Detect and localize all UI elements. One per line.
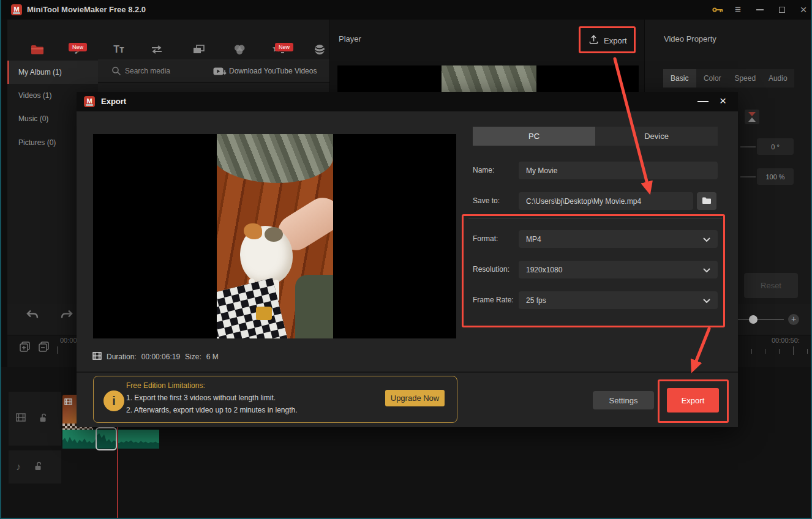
export-tab-pc[interactable]: PC [473, 127, 595, 146]
search-icon [111, 66, 121, 78]
export-dialog-title: Export [101, 97, 126, 106]
timeline-zoom-handle[interactable] [749, 315, 757, 324]
limitations-title: Free Edition Limitations: [126, 381, 205, 390]
cat-gray-patch [265, 227, 283, 242]
export-preview [93, 134, 456, 338]
format-select[interactable]: MP4 [519, 230, 718, 248]
export-preview-video [217, 134, 333, 338]
info-icon: i [103, 390, 124, 411]
player-viewport [337, 65, 639, 92]
upgrade-now-button[interactable]: Upgrade Now [385, 390, 445, 406]
dialog-minimize-button[interactable] [697, 101, 709, 102]
audio-note-icon: ♪ [16, 461, 21, 472]
upload-icon [588, 34, 599, 47]
duration-row: Duration: 00:00:06:19 Size: 6 M [92, 352, 219, 362]
ruler-start-label: 00:00 [60, 337, 77, 344]
zoom-in-icon[interactable]: + [788, 314, 799, 325]
scale-slider[interactable] [740, 176, 756, 177]
green-cloth-shape [295, 275, 333, 338]
tab-audio[interactable]: Audio [762, 69, 795, 88]
save-to-input[interactable]: C:\Users\bj\Desktop\My Movie.mp4 [519, 192, 693, 210]
export-button[interactable]: Export [667, 388, 719, 413]
tab-basic[interactable]: Basic [663, 69, 696, 88]
resolution-select[interactable]: 1920x1080 [519, 261, 718, 278]
media-bar: Search media Download YouTube Videos [98, 59, 329, 83]
clip-film-icon [64, 397, 72, 408]
search-input[interactable]: Search media [125, 67, 170, 75]
youtube-download-icon [213, 67, 227, 78]
effects-icon [179, 42, 218, 58]
audio-track-header: ♪ [9, 450, 61, 484]
rotation-slider[interactable] [740, 146, 756, 147]
name-label: Name: [473, 166, 494, 174]
yellow-object-shape [256, 307, 272, 320]
export-dialog-titlebar: M Export × [77, 92, 738, 111]
browse-folder-button[interactable] [697, 192, 716, 210]
settings-button[interactable]: Settings [593, 391, 654, 409]
folder-icon [702, 196, 712, 207]
minimize-button[interactable] [752, 0, 768, 20]
chevron-down-icon [703, 296, 710, 305]
size-value: 6 M [206, 353, 219, 361]
export-dialog: M Export × PC Device Name: M [77, 92, 738, 427]
close-button[interactable]: × [795, 0, 812, 20]
dialog-close-icon[interactable]: × [720, 94, 726, 108]
clip-selection-box[interactable] [96, 427, 117, 450]
duration-value: 00:00:06:19 [141, 353, 180, 361]
player-export-button[interactable]: Export [588, 34, 627, 47]
frame-rate-label: Frame Rate: [473, 296, 514, 304]
add-to-timeline-icon[interactable] [20, 342, 30, 353]
frame-rate-select[interactable]: 25 fps [519, 291, 718, 309]
lock-open-icon[interactable] [34, 461, 42, 473]
name-input[interactable]: My Movie [519, 162, 718, 179]
size-label: Size: [185, 353, 201, 361]
youtube-download-link[interactable]: Download YouTube Videos [229, 67, 317, 75]
reset-button[interactable]: Reset [744, 273, 798, 298]
flip-triangle-up [748, 118, 756, 122]
window-title: MiniTool MovieMaker Free 8.2.0 [27, 5, 146, 14]
flip-vertical-icon[interactable] [745, 110, 759, 124]
main-toolbar: Media ♪ Audio New Tт Text Transition Eff… [7, 20, 329, 59]
elements-new-badge: New [275, 43, 293, 51]
curtain-shape [217, 134, 333, 183]
export-tab-device[interactable]: Device [595, 127, 718, 146]
menu-icon[interactable]: ≡ [730, 0, 746, 20]
playhead[interactable] [117, 427, 118, 519]
dialog-footer-divider [77, 372, 738, 373]
limitations-line-2: 2. Afterwards, export video up to 2 minu… [126, 406, 298, 414]
text-icon: Tт [99, 42, 138, 58]
duration-label: Duration: [107, 353, 137, 361]
undo-icon[interactable] [26, 309, 39, 323]
video-track-header [9, 392, 61, 446]
titlebar: M MiniTool MovieMaker Free 8.2.0 ≡ × [1, 0, 811, 20]
chevron-down-icon [703, 266, 710, 274]
license-key-icon[interactable] [710, 0, 725, 20]
player-video-frame [442, 65, 536, 92]
chevron-down-icon [703, 235, 710, 244]
filters-icon [220, 42, 259, 58]
ruler-end-label: 00:00:50: [772, 337, 800, 344]
rotation-value[interactable]: 0 ° [757, 138, 794, 155]
redo-icon[interactable] [60, 309, 73, 323]
dialog-logo-icon: M [84, 96, 95, 107]
lock-open-icon[interactable] [39, 413, 47, 425]
app-window: M MiniTool MovieMaker Free 8.2.0 ≡ × Med… [0, 0, 812, 519]
limitations-line-1: 1. Export the first 3 videos without len… [126, 394, 276, 402]
media-folder-icon [18, 42, 57, 58]
scale-value[interactable]: 100 % [757, 168, 794, 185]
format-label: Format: [473, 234, 498, 243]
tab-color[interactable]: Color [696, 69, 729, 88]
film-icon [92, 352, 102, 362]
film-icon [16, 413, 26, 424]
audio-new-badge: New [69, 43, 87, 51]
player-title: Player [339, 34, 361, 43]
sidebar-item-my-album[interactable]: My Album (1) [7, 61, 98, 84]
cat-orange-patch [244, 223, 262, 239]
video-property-title: Video Property [664, 34, 716, 43]
format-section-divider [468, 218, 722, 218]
remove-from-timeline-icon[interactable] [39, 342, 49, 353]
video-property-tabs: Basic Color Speed Audio [663, 69, 794, 88]
transition-icon [137, 42, 176, 58]
maximize-button[interactable] [774, 0, 790, 20]
tab-speed[interactable]: Speed [729, 69, 762, 88]
